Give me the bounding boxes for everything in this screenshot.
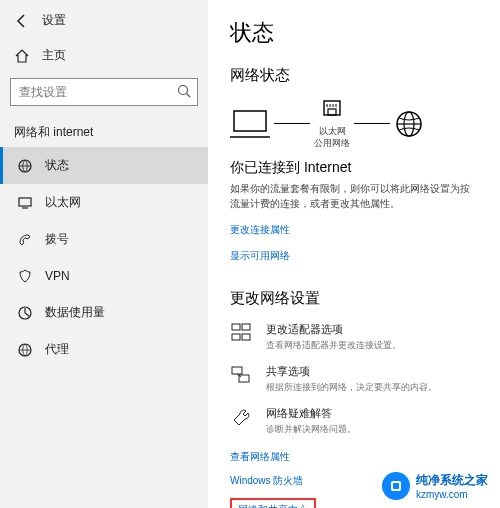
option-troubleshoot[interactable]: 网络疑难解答 诊断并解决网络问题。	[230, 406, 478, 436]
option-desc: 根据所连接到的网络，决定要共享的内容。	[266, 381, 437, 394]
sidebar-item-label: 状态	[45, 157, 69, 174]
connected-heading: 你已连接到 Internet	[230, 159, 478, 177]
network-type-label: 公用网络	[314, 139, 350, 149]
option-title: 更改适配器选项	[266, 322, 401, 337]
sidebar-item-proxy[interactable]: 代理	[0, 331, 208, 368]
svg-rect-22	[232, 367, 242, 374]
svg-rect-9	[324, 101, 340, 115]
pc-icon	[230, 109, 270, 139]
sidebar-item-data-usage[interactable]: 数据使用量	[0, 294, 208, 331]
sidebar-item-label: VPN	[45, 269, 70, 283]
sidebar-item-ethernet[interactable]: 以太网	[0, 184, 208, 221]
sidebar-item-label: 以太网	[45, 194, 81, 211]
sidebar-item-label: 拨号	[45, 231, 69, 248]
watermark: 纯净系统之家 kzmyw.com	[376, 468, 494, 504]
link-network-sharing-center[interactable]: 网络和共享中心	[238, 503, 308, 508]
svg-point-0	[179, 86, 188, 95]
option-desc: 诊断并解决网络问题。	[266, 423, 356, 436]
troubleshoot-icon	[230, 406, 254, 436]
sidebar-section-title: 网络和 internet	[0, 116, 208, 147]
link-show-available-networks[interactable]: 显示可用网络	[230, 249, 290, 263]
sidebar-home-label: 主页	[42, 47, 66, 64]
ethernet-icon	[17, 195, 33, 211]
svg-rect-26	[393, 483, 399, 489]
sidebar-item-dialup[interactable]: 拨号	[0, 221, 208, 258]
svg-rect-3	[19, 198, 31, 206]
globe-icon	[394, 109, 424, 139]
ethernet-device-icon	[320, 99, 344, 125]
status-icon	[17, 158, 33, 174]
search-icon	[176, 83, 192, 99]
sidebar-item-label: 数据使用量	[45, 304, 105, 321]
link-windows-firewall[interactable]: Windows 防火墙	[230, 474, 303, 488]
page-title: 状态	[230, 18, 478, 48]
svg-rect-10	[328, 109, 336, 115]
sidebar-item-status[interactable]: 状态	[0, 147, 208, 184]
proxy-icon	[17, 342, 33, 358]
link-change-connection-props[interactable]: 更改连接属性	[230, 223, 290, 237]
dialup-icon	[17, 232, 33, 248]
sidebar-item-label: 代理	[45, 341, 69, 358]
back-icon[interactable]	[14, 13, 30, 29]
ethernet-label: 以太网	[319, 127, 346, 137]
highlight-box: 网络和共享中心	[230, 498, 316, 508]
option-title: 共享选项	[266, 364, 437, 379]
watermark-badge-icon	[382, 472, 410, 500]
app-title: 设置	[42, 12, 66, 29]
watermark-url: kzmyw.com	[416, 489, 488, 500]
link-view-network-props[interactable]: 查看网络属性	[230, 450, 290, 464]
svg-line-1	[187, 94, 191, 98]
option-desc: 查看网络适配器并更改连接设置。	[266, 339, 401, 352]
sidebar-item-vpn[interactable]: VPN	[0, 258, 208, 294]
svg-rect-7	[234, 111, 266, 131]
sidebar-home[interactable]: 主页	[0, 39, 208, 72]
option-sharing[interactable]: 共享选项 根据所连接到的网络，决定要共享的内容。	[230, 364, 478, 394]
svg-rect-19	[242, 324, 250, 330]
search-input[interactable]	[10, 78, 198, 106]
connected-desc: 如果你的流量套餐有限制，则你可以将此网络设置为按流量计费的连接，或者更改其他属性…	[230, 181, 478, 211]
svg-rect-18	[232, 324, 240, 330]
vpn-icon	[17, 268, 33, 284]
change-settings-heading: 更改网络设置	[230, 289, 478, 308]
home-icon	[14, 48, 30, 64]
adapter-options-icon	[230, 322, 254, 352]
svg-rect-20	[232, 334, 240, 340]
watermark-text: 纯净系统之家	[416, 473, 488, 487]
option-title: 网络疑难解答	[266, 406, 356, 421]
svg-rect-21	[242, 334, 250, 340]
option-adapter[interactable]: 更改适配器选项 查看网络适配器并更改连接设置。	[230, 322, 478, 352]
sharing-options-icon	[230, 364, 254, 394]
network-diagram: 以太网 公用网络	[230, 99, 478, 149]
data-usage-icon	[17, 305, 33, 321]
network-status-heading: 网络状态	[230, 66, 478, 85]
